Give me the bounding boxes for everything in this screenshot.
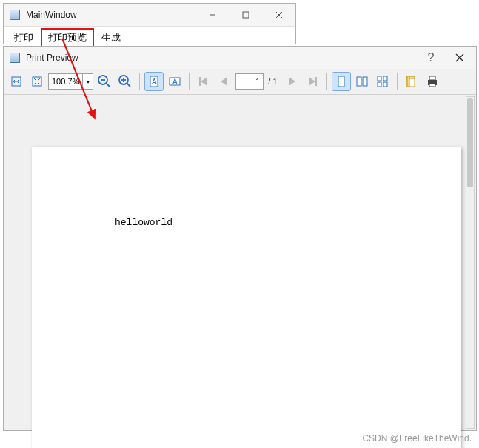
svg-line-15 [106, 83, 110, 87]
fit-page-button[interactable] [27, 72, 47, 91]
portrait-button[interactable]: A [144, 72, 164, 91]
svg-rect-31 [357, 77, 361, 86]
zoom-combo[interactable]: 100.7% ▾ [48, 73, 93, 90]
svg-rect-34 [383, 76, 387, 81]
svg-line-10 [38, 78, 40, 81]
main-titlebar: MainWindow [4, 4, 295, 26]
vertical-scrollbar[interactable] [466, 96, 475, 429]
main-title: MainWindow [26, 10, 77, 20]
watermark: CSDN @FreeLikeTheWind. [362, 433, 472, 444]
single-page-view-button[interactable] [332, 72, 351, 91]
zoom-dropdown-icon[interactable]: ▾ [82, 74, 93, 89]
landscape-button[interactable]: A [165, 72, 184, 91]
preview-toolbar: 100.7% ▾ A A 1 / 1 [4, 69, 476, 95]
zoom-in-button[interactable] [115, 72, 135, 91]
facing-pages-view-button[interactable] [352, 72, 372, 91]
menu-generate[interactable]: 生成 [94, 28, 128, 47]
overview-pages-view-button[interactable] [373, 72, 392, 91]
preview-titlebar: Print Preview ? [4, 47, 476, 69]
svg-rect-36 [383, 82, 387, 87]
svg-text:A: A [172, 78, 178, 86]
next-page-button[interactable] [282, 72, 301, 91]
svg-rect-30 [338, 76, 344, 87]
svg-marker-28 [309, 77, 315, 86]
prev-page-button[interactable] [215, 72, 234, 91]
zoom-value: 100.7% [49, 77, 82, 86]
main-window: MainWindow 打印 打印预览 生成 [3, 3, 296, 44]
svg-rect-42 [429, 84, 435, 87]
preview-area: helloworld [4, 95, 476, 430]
page-input[interactable]: 1 [235, 73, 264, 90]
svg-line-19 [127, 83, 130, 87]
last-page-button[interactable] [303, 72, 322, 91]
first-page-button[interactable] [194, 72, 213, 91]
menu-print-preview[interactable]: 打印预览 [41, 28, 94, 47]
page-total: / 1 [265, 77, 280, 86]
maximize-button[interactable] [229, 4, 262, 26]
preview-app-icon [10, 53, 20, 63]
help-button[interactable]: ? [418, 47, 443, 69]
scrollbar-thumb[interactable] [467, 98, 473, 187]
zoom-out-button[interactable] [95, 72, 114, 91]
menu-print[interactable]: 打印 [7, 28, 41, 47]
svg-marker-24 [201, 77, 207, 86]
svg-line-9 [34, 78, 36, 81]
page-setup-button[interactable] [402, 72, 421, 91]
app-icon [10, 10, 20, 20]
print-preview-window: Print Preview ? 100.7% ▾ A A [3, 46, 477, 431]
svg-marker-26 [221, 77, 227, 86]
svg-line-12 [38, 82, 40, 84]
preview-title: Print Preview [26, 53, 78, 63]
svg-text:A: A [152, 78, 157, 86]
svg-rect-32 [363, 77, 367, 86]
svg-rect-1 [243, 12, 249, 18]
minimize-button[interactable] [195, 4, 229, 26]
svg-rect-33 [378, 76, 381, 81]
svg-line-11 [34, 82, 36, 84]
svg-rect-8 [33, 77, 41, 86]
svg-rect-41 [429, 76, 435, 80]
print-button[interactable] [423, 72, 442, 91]
preview-close-button[interactable] [443, 47, 476, 69]
svg-rect-39 [407, 76, 409, 87]
main-close-button[interactable] [262, 4, 295, 26]
fit-width-button[interactable] [7, 72, 26, 91]
document-text: helloworld [115, 217, 172, 228]
preview-page: helloworld [32, 147, 461, 448]
svg-rect-35 [378, 82, 381, 87]
svg-marker-27 [289, 77, 295, 86]
page-current-value: 1 [255, 77, 260, 86]
